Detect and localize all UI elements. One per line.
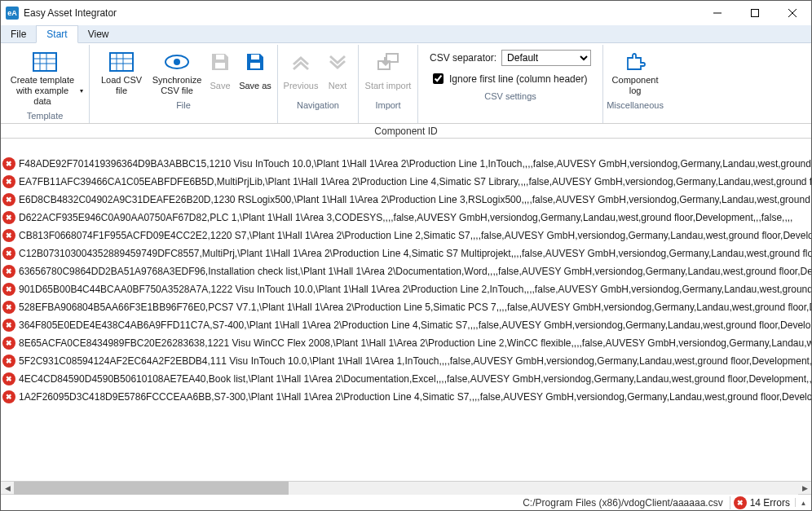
ignore-first-line-checkbox[interactable]: Ignore first line (column header): [430, 71, 591, 86]
table-row[interactable]: 4EC4CD84590D4590B50610108AE7EA40,Book li…: [1, 370, 811, 388]
status-more-icon[interactable]: ▲: [795, 498, 811, 507]
component-log-label: Component log: [609, 75, 661, 96]
window-title: Easy Asset Integrator: [24, 7, 117, 19]
error-icon: [2, 355, 15, 368]
scroll-track[interactable]: [14, 482, 798, 495]
row-text: E6D8CB4832C04902A9C31DEAFE26B20D,1230 RS…: [17, 194, 811, 205]
table-row[interactable]: 5F2C931C08594124AF2EC64A2F2EBDB4,111 Vis…: [1, 352, 811, 370]
csv-separator-select[interactable]: Default: [501, 50, 591, 66]
save-button[interactable]: Save: [204, 46, 236, 99]
svg-rect-18: [250, 63, 260, 68]
start-import-button[interactable]: Start import: [362, 46, 414, 99]
error-icon: [734, 496, 747, 509]
save-label: Save: [210, 75, 230, 96]
error-icon: [2, 319, 15, 332]
load-csv-button[interactable]: Load CSV file: [93, 46, 150, 99]
table-row[interactable]: D622ACF935E946C0A90AA0750AF67D82,PLC 1,\…: [1, 209, 811, 227]
table-row[interactable]: 901D65B00B4C44BCAA0BF750A3528A7A,1222 Vi…: [1, 280, 811, 298]
column-header-label: Component ID: [374, 126, 437, 137]
table-row[interactable]: E6D8CB4832C04902A9C31DEAFE26B20D,1230 RS…: [1, 191, 811, 209]
group-import-label: Import: [375, 99, 400, 112]
table-row[interactable]: F48ADE92F701419396364D9BA3ABBC15,1210 Vi…: [1, 155, 811, 173]
error-icon: [2, 157, 15, 170]
dropdown-arrow-icon[interactable]: ▾: [80, 87, 83, 95]
group-csv-label: CSV settings: [484, 90, 536, 103]
synchronize-csv-button[interactable]: Synchronize CSV file: [150, 46, 204, 99]
scroll-right-arrow-icon[interactable]: ▶: [798, 482, 811, 495]
row-text: 901D65B00B4C44BCAA0BF750A3528A7A,1222 Vi…: [17, 284, 811, 295]
table-row[interactable]: C12B073103004352889459749DFC8557,MultiPr…: [1, 244, 811, 262]
create-template-button[interactable]: Create template with example data▾: [4, 46, 86, 109]
load-csv-label: Load CSV file: [95, 75, 148, 96]
menu-view-label: View: [88, 29, 109, 40]
scroll-thumb[interactable]: [14, 482, 289, 495]
table-row[interactable]: 8E65ACFA0CE8434989FBC20E26283638,1221 Vi…: [1, 334, 811, 352]
row-text: 63656780C9864DD2BA51A9768A3EDF96,Install…: [17, 266, 811, 277]
row-text: CB813F0668074F1F955ACFD09E4CC2E2,1220 S7…: [17, 230, 811, 241]
table-row[interactable]: CB813F0668074F1F955ACFD09E4CC2E2,1220 S7…: [1, 227, 811, 244]
puzzle-icon: [624, 49, 647, 75]
group-file-label: File: [176, 99, 191, 112]
menu-bar: File Start View: [1, 25, 811, 43]
row-text: 528EFBA906804B5AA66F3E1BB96F76E0,PCS7 V7…: [17, 302, 811, 313]
import-icon: [376, 49, 400, 75]
status-error-label: 14 Errors: [750, 497, 790, 509]
table-icon: [32, 49, 58, 75]
ribbon: Create template with example data▾ Templ…: [1, 43, 811, 124]
group-navigation-label: Navigation: [297, 99, 339, 112]
menu-file[interactable]: File: [1, 25, 36, 42]
error-icon: [2, 229, 15, 242]
group-misc-label: Miscellaneous: [607, 99, 664, 112]
table-row[interactable]: 1A2F26095D3C418D9E5786FCCCEAA6BB,S7-300,…: [1, 388, 811, 406]
table-row[interactable]: 63656780C9864DD2BA51A9768A3EDF96,Install…: [1, 262, 811, 280]
svg-rect-9: [110, 53, 133, 71]
maximize-button[interactable]: [736, 1, 774, 25]
minimize-button[interactable]: [699, 1, 736, 25]
svg-rect-16: [215, 63, 225, 68]
data-grid: F48ADE92F701419396364D9BA3ABBC15,1210 Vi…: [1, 139, 811, 481]
table-row[interactable]: EA7FB11AFC39466CA1C05EABFDFE6B5D,MultiPr…: [1, 173, 811, 191]
ignore-first-line-label: Ignore first line (column header): [449, 73, 587, 85]
next-button[interactable]: Next: [320, 46, 355, 99]
row-text: 364F805E0EDE4E438C4AB6A9FFD11C7A,S7-400,…: [17, 319, 811, 331]
app-icon: eA: [6, 7, 19, 20]
error-icon: [2, 283, 15, 296]
component-log-button[interactable]: Component log: [607, 46, 664, 99]
horizontal-scrollbar[interactable]: ◀ ▶: [1, 481, 811, 494]
row-text: EA7FB11AFC39466CA1C05EABFDFE6B5D,MultiPr…: [17, 176, 811, 187]
chevron-down-icon: [327, 49, 348, 75]
save-icon: [210, 49, 231, 75]
menu-start[interactable]: Start: [36, 25, 77, 43]
save-as-icon: [245, 49, 266, 75]
column-header[interactable]: Component ID: [1, 124, 811, 139]
error-icon: [2, 193, 15, 206]
ignore-first-line-input[interactable]: [433, 73, 444, 84]
create-template-label: Create template with example data: [7, 75, 78, 107]
svg-rect-1: [752, 10, 759, 17]
error-icon: [2, 372, 15, 385]
scroll-left-arrow-icon[interactable]: ◀: [1, 482, 14, 495]
menu-file-label: File: [11, 29, 26, 40]
svg-rect-19: [251, 55, 259, 59]
menu-view[interactable]: View: [78, 25, 119, 42]
error-icon: [2, 337, 15, 350]
row-text: 8E65ACFA0CE8434989FBC20E26283638,1221 Vi…: [17, 337, 811, 349]
row-text: C12B073103004352889459749DFC8557,MultiPr…: [17, 248, 811, 259]
table-row[interactable]: 364F805E0EDE4E438C4AB6A9FFD11C7A,S7-400,…: [1, 316, 811, 334]
error-icon: [2, 265, 15, 278]
save-as-button[interactable]: Save as: [236, 46, 274, 99]
previous-button[interactable]: Previous: [281, 46, 320, 99]
table-row[interactable]: 528EFBA906804B5AA66F3E1BB96F76E0,PCS7 V7…: [1, 298, 811, 316]
svg-rect-17: [216, 55, 224, 59]
status-file-path: C:/Program Files (x86)/vdogClient/aaaaaa…: [516, 497, 729, 509]
row-text: 1A2F26095D3C418D9E5786FCCCEAA6BB,S7-300,…: [17, 391, 811, 403]
row-text: 4EC4CD84590D4590B50610108AE7EA40,Book li…: [17, 373, 811, 385]
row-text: 5F2C931C08594124AF2EC64A2F2EBDB4,111 Vis…: [17, 355, 811, 367]
error-icon: [2, 390, 15, 403]
eye-icon: [164, 49, 190, 75]
error-icon: [2, 247, 15, 260]
row-text: F48ADE92F701419396364D9BA3ABBC15,1210 Vi…: [17, 158, 811, 170]
chevron-up-icon: [290, 49, 311, 75]
status-error-count[interactable]: 14 Errors: [730, 496, 795, 509]
close-button[interactable]: [774, 1, 811, 25]
